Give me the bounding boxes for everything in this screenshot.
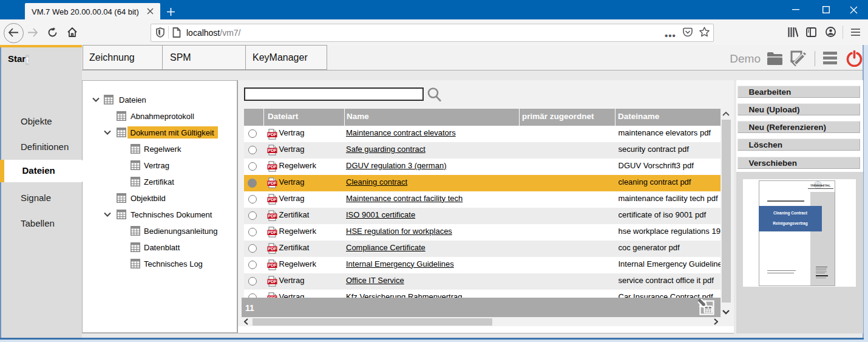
svg-text:PDF: PDF	[268, 182, 277, 186]
svg-text:PDF: PDF	[268, 214, 277, 218]
svg-text:PDF: PDF	[268, 247, 277, 251]
svg-text:PDF: PDF	[268, 132, 277, 137]
svg-text:PDF: PDF	[268, 230, 277, 234]
svg-text:PDF: PDF	[268, 198, 277, 202]
svg-text:PDF: PDF	[268, 279, 277, 284]
svg-text:PDF: PDF	[268, 149, 277, 153]
svg-text:PDF: PDF	[268, 165, 277, 169]
svg-text:PDF: PDF	[268, 263, 277, 267]
